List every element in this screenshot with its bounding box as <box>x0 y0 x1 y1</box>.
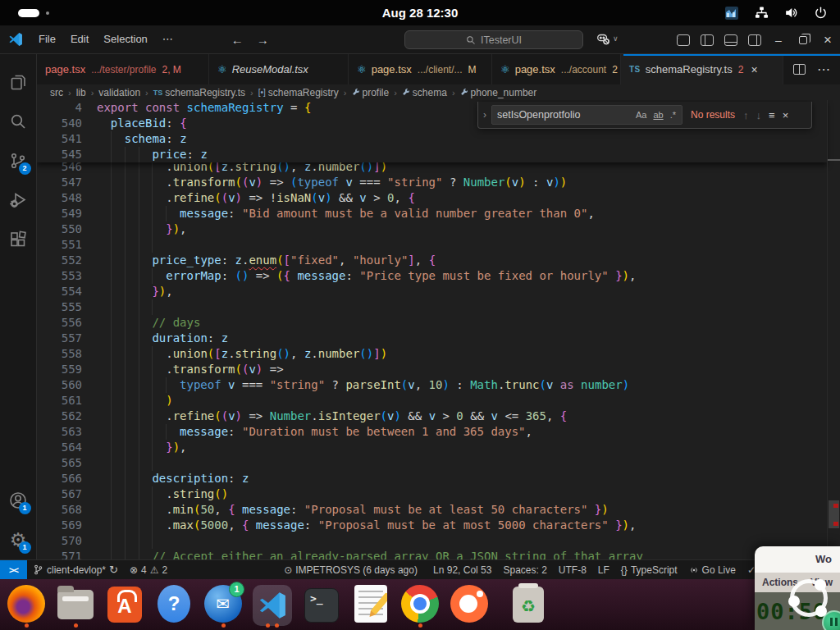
postman-icon <box>450 585 488 623</box>
toggle-sidebar-icon[interactable] <box>701 34 714 46</box>
editor-more-actions-icon[interactable]: ⋯ <box>817 62 830 77</box>
system-clock[interactable]: Aug 28 12:30 <box>0 0 840 25</box>
tab-close-icon[interactable]: × <box>751 63 757 76</box>
extensions-icon[interactable] <box>0 220 37 259</box>
loading-spinner-icon <box>790 579 828 617</box>
find-previous-icon[interactable]: ↑ <box>743 109 749 121</box>
find-close-icon[interactable]: × <box>783 109 789 121</box>
breadcrumb-lib[interactable]: lib <box>76 87 86 98</box>
match-case-icon[interactable]: Aa <box>633 109 649 121</box>
window-close-button[interactable]: × <box>815 25 840 54</box>
tab-page-tsx[interactable]: ⚛page.tsx.../client/...M <box>349 54 492 84</box>
command-center-search[interactable]: ITesterUI <box>404 30 583 49</box>
git-blame-item[interactable]: ⊙ IMPETROSYS (6 days ago) <box>278 560 423 580</box>
volume-icon[interactable] <box>783 5 799 21</box>
editor-scrollbar[interactable] <box>827 100 840 559</box>
toggle-panel-icon[interactable] <box>724 34 737 46</box>
menu-edit[interactable]: Edit <box>63 30 96 49</box>
breadcrumb-profile[interactable]: profile <box>352 87 390 98</box>
accounts-icon[interactable]: 1 <box>0 481 37 520</box>
popup-title[interactable]: Wo <box>755 546 840 573</box>
breadcrumb-schemaregistry.ts[interactable]: TSschemaRegistry.ts <box>153 87 245 98</box>
line-number: 564 <box>37 440 82 455</box>
remote-indicator[interactable]: >< <box>0 560 27 580</box>
breadcrumb-schema[interactable]: schema <box>402 87 447 98</box>
breadcrumb-schemaregistry[interactable]: [•]schemaRegistry <box>258 87 339 98</box>
power-icon[interactable] <box>812 5 829 21</box>
menu-selection[interactable]: Selection <box>96 30 154 49</box>
running-dot <box>74 623 78 628</box>
tab-page-tsx[interactable]: ⚛page.tsx.../account2 <box>492 54 621 84</box>
dock-item-thunderbird[interactable]: ✉1 <box>203 585 243 628</box>
line-number: 558 <box>37 346 82 362</box>
tab-schemaregistry-ts[interactable]: TSschemaRegistry.ts2× <box>621 54 783 84</box>
settings-gear-icon[interactable]: ⚙ 1 <box>0 520 37 559</box>
breadcrumb-validation[interactable]: validation <box>98 87 140 98</box>
line-number: 545 <box>37 147 82 162</box>
search-view-icon[interactable] <box>0 102 37 141</box>
files-icon <box>57 590 94 619</box>
window-restore-button[interactable] <box>791 25 815 54</box>
dock-item-trash[interactable]: ♻ <box>509 585 548 628</box>
tab-reusemodal-tsx[interactable]: ⚛ReuseModal.tsx <box>209 54 349 84</box>
code-line-571: 571 // Accept either an already-parsed a… <box>37 549 827 559</box>
dock-item-terminal[interactable]: >_ <box>302 585 341 628</box>
breadcrumb-separator: › <box>344 88 347 98</box>
network-icon[interactable] <box>753 5 769 21</box>
dock-item-files[interactable] <box>56 585 95 628</box>
vscode-logo-icon <box>8 31 25 48</box>
code-editor[interactable]: 546 .union([z.string(), z.number()])547 … <box>37 100 840 559</box>
line-number: 549 <box>37 206 82 221</box>
git-branch-item[interactable]: client-devlop* ↻ <box>27 560 124 580</box>
code-line-562: 562 .refine((v) => Number.isInteger(v) &… <box>37 409 827 424</box>
chevron-down-icon: ∨ <box>613 34 619 43</box>
find-input[interactable]: setIsOpenprotfolio Aa ab .* <box>491 105 682 125</box>
source-control-icon[interactable]: 2 <box>0 141 37 180</box>
history-forward-icon[interactable]: → <box>257 33 269 47</box>
find-next-icon[interactable]: ↓ <box>756 109 762 121</box>
eol-item[interactable]: LF <box>592 560 615 580</box>
explorer-icon[interactable] <box>0 62 37 102</box>
indentation-item[interactable]: Spaces: 2 <box>497 560 552 580</box>
errors-icon: ⊗ <box>130 564 138 576</box>
dock-item-software[interactable]: A <box>105 585 144 628</box>
code-line-566: 566 description: z <box>37 471 827 486</box>
menu-file[interactable]: File <box>31 30 63 49</box>
dock-item-firefox[interactable] <box>7 585 46 628</box>
line-number: 552 <box>37 253 82 268</box>
dock-item-help[interactable]: ? <box>154 585 194 628</box>
line-number: 561 <box>37 393 82 409</box>
system-monitor-icon[interactable] <box>724 5 740 21</box>
dock-item-texteditor[interactable] <box>351 585 390 628</box>
running-dot <box>25 623 29 628</box>
run-debug-icon[interactable] <box>0 180 37 220</box>
breadcrumb-src[interactable]: src <box>50 87 63 98</box>
window-minimize-button[interactable]: – <box>766 25 791 54</box>
dock-item-chrome[interactable] <box>400 585 440 628</box>
code-line-551: 551 <box>37 237 827 253</box>
breadcrumb-phone_number[interactable]: phone_number <box>460 87 537 98</box>
language-mode-item[interactable]: {} TypeScript <box>615 560 683 580</box>
dock-item-postman[interactable] <box>450 585 489 628</box>
whole-word-icon[interactable]: ab <box>651 109 665 121</box>
history-back-icon[interactable]: ← <box>231 33 244 47</box>
dock-item-vscode[interactable] <box>253 585 292 628</box>
encoding-item[interactable]: UTF-8 <box>553 560 592 580</box>
go-live-item[interactable]: Go Live <box>683 560 742 580</box>
line-number: 557 <box>37 331 82 346</box>
line-number: 568 <box>37 502 82 518</box>
problems-item[interactable]: ⊗ 4 ⚠ 2 <box>124 560 173 580</box>
customize-layout-icon[interactable]: : <box>677 34 690 46</box>
copilot-menu[interactable]: ∨ <box>596 31 619 46</box>
find-in-selection-icon[interactable]: ≡ <box>769 109 775 121</box>
line-number: 540 <box>37 116 82 131</box>
tab-page-tsx[interactable]: page.tsx.../tester/profile2, M <box>37 54 209 84</box>
menu-more[interactable]: ⋯ <box>155 30 180 49</box>
toggle-secondary-sidebar-icon[interactable] <box>748 34 761 46</box>
cursor-position-item[interactable]: Ln 92, Col 53 <box>427 560 497 580</box>
toggle-replace-icon[interactable]: › <box>478 102 491 128</box>
split-editor-icon[interactable] <box>793 64 806 75</box>
system-top-bar: Aug 28 12:30 <box>0 0 840 25</box>
code-line-560: 560 typeof v === "string" ? parseInt(v, … <box>37 377 827 393</box>
regex-icon[interactable]: .* <box>668 109 678 121</box>
